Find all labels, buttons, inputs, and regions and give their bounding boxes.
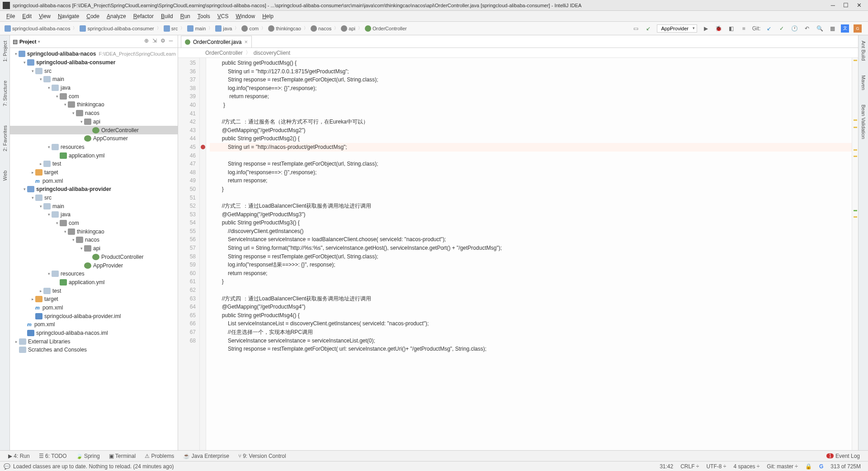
tree-node[interactable]: ▾com: [10, 92, 178, 100]
build-icon[interactable]: ▭: [632, 24, 640, 33]
left-tab-2-favorites[interactable]: 2: Favorites: [2, 123, 8, 154]
tree-node[interactable]: application.yml: [10, 278, 178, 287]
tree-node[interactable]: mpom.xml: [10, 176, 178, 185]
crumb-member[interactable]: discoveryClient: [254, 50, 290, 56]
editor-breadcrumb[interactable]: OrderController 〉 discoveryClient: [178, 48, 858, 58]
translate2-icon[interactable]: G: [854, 24, 862, 33]
editor-tab[interactable]: OrderController.java ×: [181, 36, 252, 48]
close-button[interactable]: ✕: [857, 2, 862, 9]
tree-node[interactable]: ▾src: [10, 67, 178, 75]
tree-node[interactable]: ▾main: [10, 75, 178, 84]
line-separator[interactable]: CRLF ÷: [677, 463, 703, 470]
tree-node[interactable]: ▾thinkingcao: [10, 227, 178, 236]
coverage-icon[interactable]: ◧: [727, 24, 735, 33]
menu-refactor[interactable]: Refactor: [130, 13, 157, 19]
translate-icon[interactable]: 文: [841, 24, 849, 33]
git-update-icon[interactable]: ↙: [765, 24, 773, 33]
goto-line-icon[interactable]: G: [816, 463, 827, 470]
bottom-tab[interactable]: ☰ 6: TODO: [34, 453, 71, 459]
menu-run[interactable]: Run: [177, 13, 194, 19]
tree-node[interactable]: ▾com: [10, 219, 178, 228]
project-view-icon[interactable]: ▤: [13, 38, 18, 45]
search-icon[interactable]: 🔍: [816, 24, 824, 33]
tree-node[interactable]: ProductController: [10, 253, 178, 262]
code-editor[interactable]: 3536373839404142434445464748495051525354…: [178, 58, 858, 450]
ide-settings-icon[interactable]: ▦: [828, 24, 836, 33]
marks-stripe[interactable]: [852, 58, 858, 450]
right-tab-ant-build[interactable]: Ant Build: [861, 38, 866, 63]
bottom-tab[interactable]: ⑂ 9: Version Control: [234, 453, 291, 459]
caret-position[interactable]: 31:42: [656, 463, 677, 470]
tree-node[interactable]: ▾springcloud-alibaba-nacosF:\IDEA_Projec…: [10, 50, 178, 58]
bottom-tab[interactable]: ⚠ Problems: [140, 453, 179, 459]
tree-node[interactable]: ▾java: [10, 84, 178, 92]
menu-navigate[interactable]: Navigate: [54, 13, 83, 19]
left-tab-7-structure[interactable]: 7: Structure: [2, 78, 8, 109]
tree-node[interactable]: ▾resources: [10, 143, 178, 152]
git-revert-icon[interactable]: ↶: [803, 24, 811, 33]
nav-com[interactable]: com: [240, 25, 260, 32]
tree-node[interactable]: application.yml: [10, 151, 178, 160]
memory-indicator[interactable]: 313 of 725M: [827, 463, 864, 470]
indent-setting[interactable]: 4 spaces ÷: [730, 463, 763, 470]
tree-node[interactable]: ▾springcloud-alibaba-provider: [10, 185, 178, 194]
run-icon[interactable]: ▶: [702, 24, 710, 33]
menu-window[interactable]: Window: [232, 13, 259, 19]
tree-node[interactable]: ▸target: [10, 168, 178, 177]
menu-file[interactable]: File: [3, 13, 19, 19]
nav-src[interactable]: src: [162, 25, 180, 32]
tree-node[interactable]: mpom.xml: [10, 304, 178, 312]
crumb-class[interactable]: OrderController: [205, 50, 243, 56]
nav-nacos[interactable]: nacos: [309, 25, 333, 32]
tree-node[interactable]: ▸target: [10, 295, 178, 304]
hide-icon[interactable]: ─: [167, 38, 175, 46]
minimize-button[interactable]: ─: [831, 2, 835, 9]
file-encoding[interactable]: UTF-8 ÷: [703, 463, 730, 470]
nav-main[interactable]: main: [185, 25, 208, 32]
tree-node[interactable]: mpom.xml: [10, 320, 178, 329]
right-tab-bean-validation[interactable]: Bean Validation: [861, 102, 866, 142]
settings-gear-icon[interactable]: ⚙: [159, 38, 167, 46]
run-config-selector[interactable]: AppProvider: [657, 24, 697, 33]
nav-api[interactable]: api: [339, 25, 357, 32]
menu-code[interactable]: Code: [83, 13, 103, 19]
menu-tools[interactable]: Tools: [194, 13, 214, 19]
maximize-button[interactable]: ☐: [843, 2, 849, 9]
tree-node[interactable]: ▾api: [10, 244, 178, 253]
tree-node[interactable]: AppProvider: [10, 261, 178, 270]
nav-thinkingcao[interactable]: thinkingcao: [266, 25, 303, 32]
tree-node[interactable]: springcloud-alibaba-provider.iml: [10, 312, 178, 320]
tree-node[interactable]: ▾nacos: [10, 109, 178, 118]
menu-help[interactable]: Help: [259, 13, 277, 19]
breakpoint-gutter[interactable]: [200, 58, 206, 450]
code-body[interactable]: public String getProductMsg() { String u…: [206, 58, 852, 450]
back-icon[interactable]: ↙: [644, 24, 652, 33]
tree-node[interactable]: OrderController: [10, 126, 178, 134]
nav-OrderController[interactable]: OrderController: [363, 25, 409, 32]
git-branch[interactable]: Git: master ÷: [763, 463, 802, 470]
debug-icon[interactable]: 🐞: [714, 24, 722, 33]
menu-analyze[interactable]: Analyze: [103, 13, 130, 19]
tree-node[interactable]: ▾springcloud-alibaba-consumer: [10, 58, 178, 67]
line-gutter[interactable]: 3536373839404142434445464748495051525354…: [178, 58, 200, 450]
tree-node[interactable]: ▾api: [10, 118, 178, 126]
menu-build[interactable]: Build: [157, 13, 177, 19]
tree-node[interactable]: ▸test: [10, 286, 178, 295]
bottom-tab[interactable]: ▶ 4: Run: [4, 453, 34, 459]
breadcrumb-path[interactable]: springcloud-alibaba-nacos〉springcloud-al…: [3, 25, 632, 32]
left-tab-1-project[interactable]: 1: Project: [2, 38, 8, 64]
bottom-tab[interactable]: ☕ Java Enterprise: [179, 453, 234, 459]
left-tab-web[interactable]: Web: [2, 168, 8, 183]
tree-node[interactable]: ▾main: [10, 202, 178, 210]
tree-node[interactable]: ▾nacos: [10, 236, 178, 244]
menu-view[interactable]: View: [35, 13, 54, 19]
tree-node[interactable]: springcloud-alibaba-nacos.iml: [10, 329, 178, 338]
git-compare-icon[interactable]: 🕐: [790, 24, 798, 33]
tree-node[interactable]: ▾thinkingcao: [10, 100, 178, 109]
nav-springcloud-alibaba-consumer[interactable]: springcloud-alibaba-consumer: [78, 25, 156, 32]
stop-icon[interactable]: ■: [740, 24, 748, 33]
tree-node[interactable]: Scratches and Consoles: [10, 346, 178, 354]
readonly-lock-icon[interactable]: 🔒: [802, 463, 816, 470]
tab-close-icon[interactable]: ×: [244, 38, 248, 45]
select-opened-icon[interactable]: ⊕: [142, 38, 151, 46]
